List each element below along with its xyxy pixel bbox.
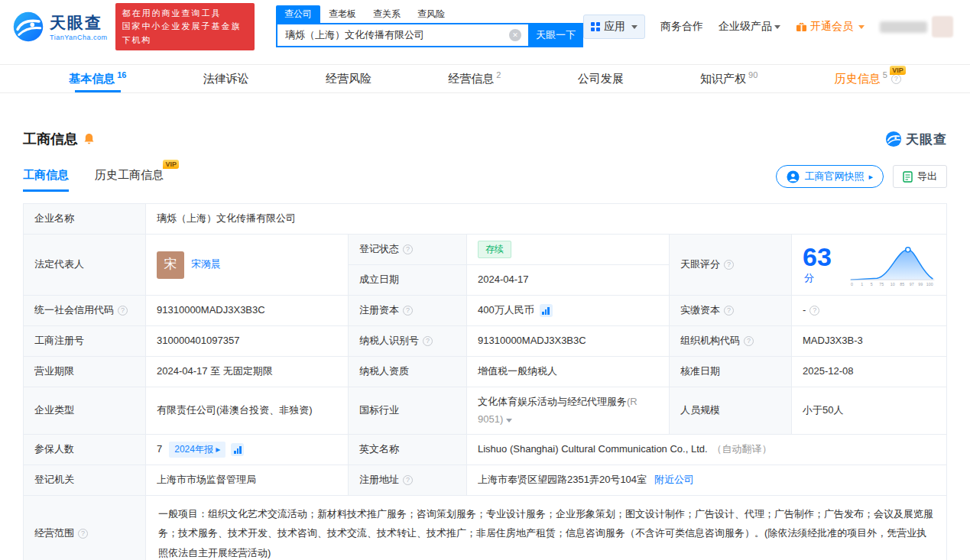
promo-badge: 都在用的商业查询工具 国家中小企业发展子基金旗下机构 [115, 3, 255, 50]
vip-badge: VIP [163, 160, 179, 169]
info-icon[interactable] [809, 306, 819, 316]
official-snapshot-button[interactable]: 工商官网快照 ▸ [776, 165, 884, 188]
brand-domain: TianYanCha.com [50, 34, 108, 41]
nav-enterprise-products[interactable]: 企业级产品 [719, 20, 780, 34]
paid-capital-value: - [803, 303, 806, 318]
info-icon[interactable] [403, 306, 413, 316]
label-text: 组织机构代码 [680, 333, 740, 348]
nearby-companies-link[interactable]: 附近公司 [654, 472, 694, 487]
tab-count: 90 [748, 70, 758, 79]
chevron-down-icon[interactable] [506, 419, 512, 422]
capital-chart-icon[interactable] [540, 304, 553, 317]
search-area: 查公司 查老板 查关系 查风险 ✕ 天眼一下 [276, 6, 583, 47]
tab-business-info[interactable]: 经营信息 2 [448, 65, 501, 92]
nav-open-vip[interactable]: 开通会员 [796, 20, 865, 34]
industry-cell: 文化体育娱乐活动与经纪代理服务(R 9051) [467, 387, 670, 434]
table-row: 法定代表人 宋 宋漪晨 登记状态 存续 成立日期 2024-04-17 [24, 235, 946, 296]
axis-tick: 1 [861, 281, 863, 286]
taxpayer-quality-value: 增值税一般纳税人 [467, 357, 670, 387]
search-tab-boss[interactable]: 查老板 [320, 5, 365, 23]
address-cell: 上海市奉贤区望园路2351弄20号104室 附近公司 [467, 465, 946, 495]
label-text: 注册资本 [359, 303, 399, 318]
info-icon[interactable] [403, 244, 413, 254]
info-icon[interactable] [78, 529, 88, 539]
watermark-text: 天眼查 [906, 131, 947, 148]
arrow-right-icon: ▸ [868, 172, 873, 182]
tab-legal-litigation[interactable]: 法律诉讼 [203, 65, 249, 92]
search-input[interactable] [276, 23, 528, 47]
tab-label: 经营风险 [326, 72, 371, 86]
axis-tick: 100 [926, 281, 933, 286]
info-icon[interactable] [744, 336, 754, 346]
subtab-business-info[interactable]: 工商信息 [23, 168, 69, 192]
info-icon[interactable] [724, 306, 734, 316]
tianyancha-logo[interactable]: 天眼查 TianYanCha.com [12, 11, 108, 43]
search-tab-company[interactable]: 查公司 [276, 5, 320, 23]
legal-rep-link[interactable]: 宋漪晨 [191, 257, 221, 272]
export-label: 导出 [917, 170, 937, 183]
info-icon[interactable] [724, 260, 734, 270]
axis-tick: 10 [890, 281, 894, 286]
tab-company-development[interactable]: 公司发展 [578, 65, 624, 92]
field-label: 国标行业 [349, 387, 467, 434]
search-tab-risk[interactable]: 查风险 [409, 5, 453, 23]
label-text: 天眼评分 [680, 257, 720, 272]
insured-chart-icon[interactable] [231, 443, 244, 456]
tab-label: 历史信息 [835, 72, 881, 86]
field-label: 纳税人识别号 [349, 326, 467, 356]
nav-business-cooperation[interactable]: 商务合作 [660, 20, 703, 34]
field-label: 注册地址 [349, 465, 467, 495]
legal-rep-cell: 宋 宋漪晨 [146, 235, 349, 295]
table-row: 工商注册号 310000401097357 纳税人识别号 91310000MAD… [24, 326, 946, 357]
english-name-cell: Lishuo (Shanghai) Cultural Communication… [467, 435, 946, 465]
info-icon[interactable] [423, 336, 433, 346]
table-row: 经营范围 一般项目：组织文化艺术交流活动；新材料技术推广服务；咨询策划服务；专业… [24, 496, 946, 560]
axis-tick: 5 [871, 281, 873, 286]
grid-icon [591, 22, 600, 31]
legal-rep-avatar[interactable]: 宋 [157, 251, 184, 279]
info-icon[interactable] [403, 475, 413, 485]
company-name-value: 璃烁（上海）文化传播有限公司 [146, 204, 946, 234]
table-row: 统一社会信用代码 91310000MADJ3X3B3C 注册资本 400万人民币… [24, 296, 946, 326]
top-header: 天眼查 TianYanCha.com 都在用的商业查询工具 国家中小企业发展子基… [0, 0, 970, 53]
nav-enterprise-label: 企业级产品 [719, 20, 772, 34]
tab-history-info[interactable]: VIP 历史信息 5 [835, 65, 901, 92]
search-button[interactable]: 天眼一下 [528, 23, 583, 47]
chevron-down-icon [631, 25, 637, 29]
tab-count: 16 [117, 70, 126, 79]
export-button[interactable]: 导出 [893, 165, 947, 188]
field-label: 人员规模 [670, 387, 792, 434]
info-icon[interactable] [891, 74, 901, 84]
apps-menu-button[interactable]: 应用 [583, 15, 645, 39]
table-row: 企业名称 璃烁（上海）文化传播有限公司 [24, 204, 946, 235]
address-value: 上海市奉贤区望园路2351弄20号104室 [478, 472, 647, 487]
label-text: 注册地址 [359, 472, 399, 487]
paid-capital-cell: - [792, 296, 946, 325]
label-text: 经营范围 [34, 526, 74, 541]
clear-search-icon[interactable]: ✕ [509, 29, 521, 41]
field-label: 经营范围 [24, 496, 146, 560]
axis-tick: 99 [918, 281, 923, 286]
annual-report-badge[interactable]: 2024年报 ▸ [169, 442, 225, 458]
label-text: 实缴资本 [680, 303, 720, 318]
tab-intellectual-property[interactable]: 知识产权 90 [700, 65, 758, 92]
field-label: 登记状态 [349, 235, 467, 264]
tab-label: 知识产权 [700, 72, 746, 86]
field-label: 天眼评分 [670, 235, 792, 295]
field-label: 参保人数 [24, 435, 146, 465]
search-tab-relation[interactable]: 查关系 [365, 5, 409, 23]
info-icon[interactable] [118, 306, 128, 316]
axis-tick: 85 [900, 281, 904, 286]
watermark-logo: 天眼查 [885, 131, 947, 148]
bell-icon[interactable] [83, 133, 95, 145]
user-account[interactable] [880, 16, 953, 37]
insured-value: 7 [157, 442, 162, 457]
field-label: 实缴资本 [670, 296, 792, 325]
tab-basic-info[interactable]: 基本信息 16 [69, 65, 126, 92]
tab-operational-risk[interactable]: 经营风险 [326, 65, 371, 92]
subtab-history-business-info[interactable]: VIP 历史工商信息 [95, 168, 164, 192]
company-section-tabs: 基本信息 16 法律诉讼 经营风险 经营信息 2 公司发展 知识产权 90 VI… [0, 64, 970, 93]
tab-label: 基本信息 [69, 72, 115, 86]
field-label: 统一社会信用代码 [24, 296, 146, 325]
score-distribution-chart: 0 1 5 75 10 85 97 99 100 [849, 242, 936, 288]
